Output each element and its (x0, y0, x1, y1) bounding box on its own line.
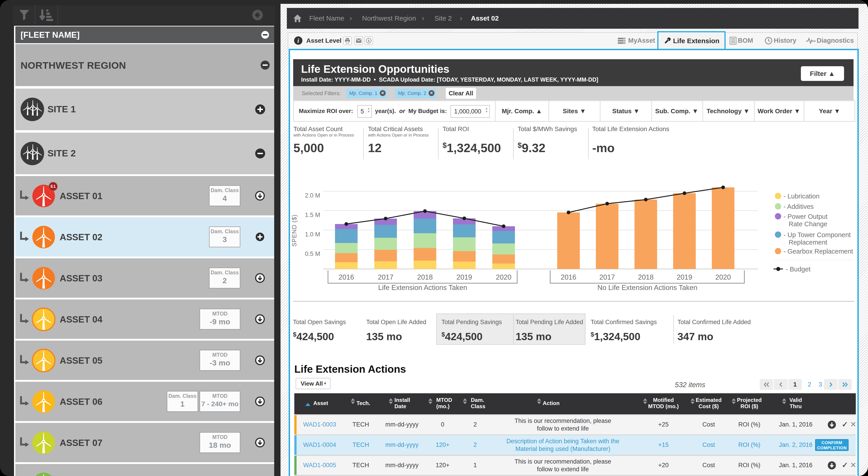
svg-text:- Up Tower Component: - Up Tower Component (783, 231, 851, 239)
svg-text:SPEND ($): SPEND ($) (291, 215, 298, 247)
svg-text:No Life Extension Actions Take: No Life Extension Actions Taken (597, 284, 698, 292)
svg-text:- Power Output: - Power Output (783, 213, 828, 220)
svg-text:2.0 M: 2.0 M (305, 192, 320, 199)
svg-text:2017: 2017 (378, 273, 394, 281)
svg-text:- Additives: - Additives (783, 203, 814, 210)
svg-text:- Gearbox Replacement: - Gearbox Replacement (783, 248, 853, 255)
svg-text:2016: 2016 (561, 273, 577, 281)
svg-text:Replacement: Replacement (789, 239, 827, 246)
svg-text:2018: 2018 (417, 273, 433, 281)
svg-text:2020: 2020 (715, 273, 731, 281)
svg-text:2020: 2020 (496, 273, 512, 281)
svg-text:- Lubrication: - Lubrication (783, 193, 819, 200)
svg-text:Life Extension Actions Taken: Life Extension Actions Taken (378, 284, 467, 292)
svg-text:Rate Change: Rate Change (789, 220, 827, 228)
svg-text:2019: 2019 (677, 273, 692, 281)
svg-text:2016: 2016 (339, 273, 354, 281)
svg-text:1.5 M: 1.5 M (305, 212, 320, 218)
svg-text:2017: 2017 (599, 273, 615, 281)
svg-text:- Budget: - Budget (786, 265, 811, 273)
svg-text:0.5 M: 0.5 M (305, 250, 320, 257)
svg-text:1.0 M: 1.0 M (305, 231, 320, 238)
svg-text:2019: 2019 (457, 273, 472, 281)
svg-text:2018: 2018 (638, 273, 654, 281)
